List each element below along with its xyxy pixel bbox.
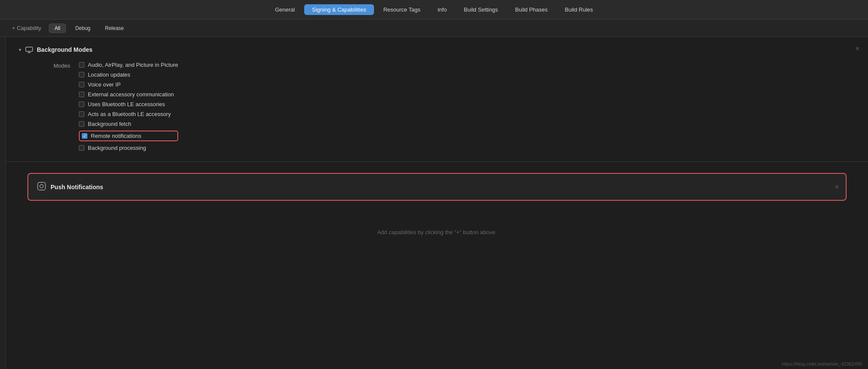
checkbox-location[interactable] bbox=[79, 72, 84, 77]
sub-bar: + Capability All Debug Release bbox=[0, 20, 868, 37]
push-notifications-icon bbox=[37, 182, 46, 192]
footer-hint: Add capabilities by clicking the "+" but… bbox=[6, 212, 868, 244]
tab-general[interactable]: General bbox=[267, 4, 302, 15]
mode-location-label: Location updates bbox=[88, 71, 130, 78]
push-notifications-wrapper: Push Notifications × bbox=[6, 162, 868, 212]
filter-debug[interactable]: Debug bbox=[70, 24, 96, 33]
tab-info[interactable]: Info bbox=[430, 4, 455, 15]
background-modes-icon bbox=[25, 45, 33, 54]
mode-audio: Audio, AirPlay, and Picture in Picture bbox=[79, 62, 178, 68]
tab-build-settings[interactable]: Build Settings bbox=[456, 4, 506, 15]
collapse-icon[interactable]: ▾ bbox=[19, 47, 21, 53]
checkbox-external-accessory[interactable] bbox=[79, 92, 84, 97]
checkbox-audio[interactable] bbox=[79, 62, 84, 68]
section-header: ▾ Background Modes bbox=[19, 45, 855, 54]
tab-signing-capabilities[interactable]: Signing & Capabilities bbox=[304, 4, 374, 15]
add-capability-label: + Capability bbox=[12, 25, 41, 31]
background-modes-title: Background Modes bbox=[37, 46, 93, 53]
modes-label: Modes bbox=[45, 62, 70, 69]
svg-rect-0 bbox=[26, 47, 33, 51]
modes-container: Modes Audio, AirPlay, and Picture in Pic… bbox=[19, 62, 855, 151]
filter-release[interactable]: Release bbox=[100, 24, 129, 33]
tab-resource-tags[interactable]: Resource Tags bbox=[376, 4, 428, 15]
tab-bar: General Signing & Capabilities Resource … bbox=[0, 0, 868, 20]
mode-remote-notifications-label: Remote notifications bbox=[91, 133, 141, 139]
svg-point-2 bbox=[40, 184, 43, 188]
checkbox-remote-notifications[interactable]: ✓ bbox=[82, 133, 87, 139]
svg-rect-1 bbox=[38, 182, 45, 190]
mode-location: Location updates bbox=[79, 71, 178, 78]
checkbox-bluetooth-le-acts[interactable] bbox=[79, 111, 84, 117]
tab-build-rules[interactable]: Build Rules bbox=[557, 4, 601, 15]
mode-background-processing: Background processing bbox=[79, 145, 178, 151]
mode-audio-label: Audio, AirPlay, and Picture in Picture bbox=[88, 62, 178, 68]
mode-bluetooth-le-acts-label: Acts as a Bluetooth LE accessory bbox=[88, 111, 171, 117]
push-notifications-close[interactable]: × bbox=[835, 184, 839, 190]
mode-external-accessory-label: External accessory communication bbox=[88, 91, 174, 98]
mode-voip-label: Voice over IP bbox=[88, 81, 121, 88]
mode-background-processing-label: Background processing bbox=[88, 145, 146, 151]
add-capability-button[interactable]: + Capability bbox=[9, 24, 45, 33]
background-modes-section: ▾ Background Modes × Modes Audio, AirPla… bbox=[6, 37, 868, 162]
checkbox-background-fetch[interactable] bbox=[79, 121, 84, 127]
mode-bluetooth-le-uses-label: Uses Bluetooth LE accessories bbox=[88, 101, 165, 107]
left-sidebar bbox=[0, 37, 6, 369]
main-content: ▾ Background Modes × Modes Audio, AirPla… bbox=[0, 37, 868, 369]
background-modes-close[interactable]: × bbox=[856, 45, 859, 52]
tab-build-phases[interactable]: Build Phases bbox=[507, 4, 555, 15]
modes-list: Audio, AirPlay, and Picture in Picture L… bbox=[79, 62, 178, 151]
footer-hint-text: Add capabilities by clicking the "+" but… bbox=[377, 229, 497, 235]
checkbox-voip[interactable] bbox=[79, 82, 84, 87]
url-watermark: https://blog.csdn.net/weixin_42362496 bbox=[782, 361, 862, 366]
mode-background-fetch-label: Background fetch bbox=[88, 121, 131, 127]
push-notifications-section: Push Notifications × bbox=[27, 173, 847, 201]
push-notifications-title: Push Notifications bbox=[51, 184, 103, 190]
mode-external-accessory: External accessory communication bbox=[79, 91, 178, 98]
filter-all[interactable]: All bbox=[49, 24, 66, 33]
mode-voip: Voice over IP bbox=[79, 81, 178, 88]
mode-bluetooth-le-acts: Acts as a Bluetooth LE accessory bbox=[79, 111, 178, 117]
checkbox-bluetooth-le-uses[interactable] bbox=[79, 101, 84, 107]
checkbox-background-processing[interactable] bbox=[79, 145, 84, 151]
mode-background-fetch: Background fetch bbox=[79, 121, 178, 127]
mode-remote-notifications: ✓ Remote notifications bbox=[79, 131, 178, 141]
mode-bluetooth-le-uses: Uses Bluetooth LE accessories bbox=[79, 101, 178, 107]
